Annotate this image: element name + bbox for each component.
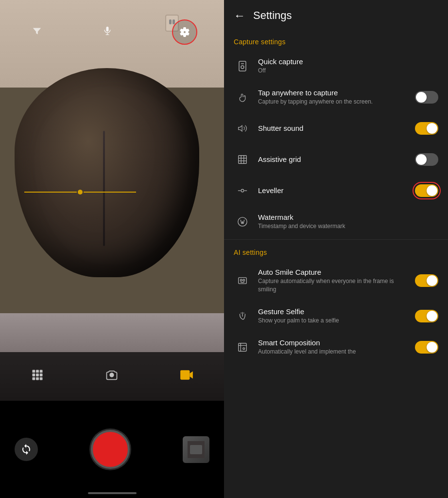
quick-capture-icon [234, 61, 251, 71]
tap-anywhere-content: Tap anywhere to capture Capture by tappi… [258, 89, 410, 106]
auto-smile-title: Auto Smile Capture [258, 268, 410, 276]
svg-rect-15 [239, 61, 246, 71]
settings-panel: ← Settings Capture settings Quick captur… [224, 0, 448, 498]
filter-icon[interactable] [32, 26, 42, 39]
watermark-icon [234, 216, 251, 227]
camera-mode-bar [0, 352, 224, 401]
tap-anywhere-toggle-container [415, 91, 438, 104]
tap-anywhere-subtitle: Capture by tapping anywhere on the scree… [258, 98, 410, 106]
smart-composition-toggle-container [415, 341, 438, 354]
svg-point-17 [241, 66, 244, 69]
leveller-icon [234, 187, 251, 194]
smart-composition-title: Smart Composition [258, 338, 410, 347]
assistive-grid-toggle-thumb [416, 154, 427, 165]
svg-rect-28 [239, 278, 247, 284]
assistive-grid-content: Assistive grid [258, 155, 410, 164]
beanbag-subject [15, 68, 199, 277]
gesture-selfie-item[interactable]: Gesture Selfie Show your palm to take a … [224, 301, 448, 332]
auto-smile-subtitle: Capture automatically when everyone in t… [258, 277, 410, 294]
svg-rect-8 [39, 374, 42, 376]
camera-mode-icon[interactable] [105, 368, 119, 385]
capture-settings-header: Capture settings [224, 31, 448, 51]
assistive-grid-item[interactable]: Assistive grid [224, 144, 448, 175]
tap-anywhere-title: Tap anywhere to capture [258, 89, 410, 97]
assistive-grid-icon [234, 154, 251, 165]
svg-rect-5 [39, 370, 42, 373]
gesture-selfie-title: Gesture Selfie [258, 307, 410, 316]
shutter-sound-content: Shutter sound [258, 124, 410, 133]
tap-anywhere-toggle[interactable] [415, 91, 438, 104]
tap-anywhere-item[interactable]: Tap anywhere to capture Capture by tappi… [224, 82, 448, 113]
auto-smile-content: Auto Smile Capture Capture automatically… [258, 268, 410, 294]
svg-rect-4 [36, 370, 39, 373]
smart-composition-subtitle: Automatically level and implement the [258, 348, 410, 356]
svg-rect-9 [32, 377, 35, 380]
svg-rect-6 [32, 374, 35, 376]
shutter-sound-toggle[interactable] [415, 122, 438, 135]
auto-smile-item[interactable]: Auto Smile Capture Capture automatically… [224, 261, 448, 301]
quick-capture-subtitle: Off [258, 67, 438, 75]
settings-button[interactable] [172, 19, 197, 45]
record-button[interactable] [91, 430, 130, 469]
gesture-selfie-icon [234, 311, 251, 321]
watermark-content: Watermark Timestamp and device watermark [258, 213, 438, 231]
tap-anywhere-icon [234, 92, 251, 103]
gesture-selfie-toggle[interactable] [415, 310, 438, 322]
quick-capture-title: Quick capture [258, 57, 438, 66]
svg-rect-0 [106, 27, 108, 32]
settings-header: ← Settings [224, 0, 448, 31]
smart-composition-item[interactable]: Smart Composition Automatically level an… [224, 332, 448, 363]
svg-rect-3 [32, 370, 35, 373]
gesture-selfie-subtitle: Show your palm to take a selfie [258, 317, 410, 325]
svg-point-32 [243, 348, 245, 350]
svg-rect-10 [36, 377, 39, 380]
assistive-grid-toggle[interactable] [415, 153, 438, 166]
leveller-item[interactable]: Leveller [224, 175, 448, 206]
assistive-grid-toggle-container [415, 153, 438, 166]
gesture-selfie-content: Gesture Selfie Show your palm to take a … [258, 307, 410, 325]
grid-mode-icon[interactable] [31, 368, 44, 385]
svg-rect-31 [239, 343, 247, 351]
smart-composition-toggle[interactable] [415, 341, 438, 354]
leveller-content: Leveller [258, 186, 410, 196]
level-indicator [24, 190, 136, 195]
tap-anywhere-toggle-thumb [416, 92, 427, 103]
home-indicator [88, 492, 137, 494]
leveller-toggle[interactable] [415, 184, 438, 197]
record-bar [0, 401, 224, 498]
auto-smile-toggle[interactable] [415, 274, 438, 287]
shutter-sound-icon [234, 124, 251, 133]
svg-rect-14 [190, 445, 202, 454]
camera-panel [0, 0, 224, 498]
svg-rect-11 [39, 377, 42, 380]
camera-top-bar [0, 19, 224, 45]
level-line-left [24, 192, 77, 193]
section-divider [224, 239, 448, 240]
shutter-sound-toggle-thumb [427, 123, 437, 134]
photo-thumbnail[interactable] [183, 436, 209, 463]
auto-smile-toggle-container [415, 274, 438, 287]
shutter-sound-title: Shutter sound [258, 124, 410, 132]
quick-capture-content: Quick capture Off [258, 57, 438, 75]
flip-camera-button[interactable] [15, 438, 38, 461]
watermark-item[interactable]: Watermark Timestamp and device watermark [224, 206, 448, 237]
ai-settings-header: AI settings [224, 242, 448, 261]
svg-point-30 [243, 280, 245, 282]
settings-title: Settings [253, 9, 292, 22]
svg-point-25 [241, 189, 244, 192]
shutter-sound-item[interactable]: Shutter sound [224, 113, 448, 144]
svg-rect-7 [36, 374, 39, 376]
leveller-title: Leveller [258, 186, 410, 195]
quick-capture-item[interactable]: Quick capture Off [224, 51, 448, 82]
leveller-toggle-thumb [427, 185, 437, 196]
svg-point-29 [240, 280, 242, 282]
watermark-subtitle: Timestamp and device watermark [258, 222, 438, 231]
back-button[interactable]: ← [234, 9, 245, 22]
video-mode-icon[interactable] [179, 368, 194, 385]
watermark-title: Watermark [258, 213, 438, 221]
gesture-selfie-toggle-thumb [427, 311, 437, 321]
mic-icon[interactable] [103, 25, 112, 39]
gesture-selfie-toggle-container [415, 310, 438, 322]
auto-smile-toggle-thumb [427, 275, 437, 286]
svg-marker-18 [239, 125, 242, 131]
